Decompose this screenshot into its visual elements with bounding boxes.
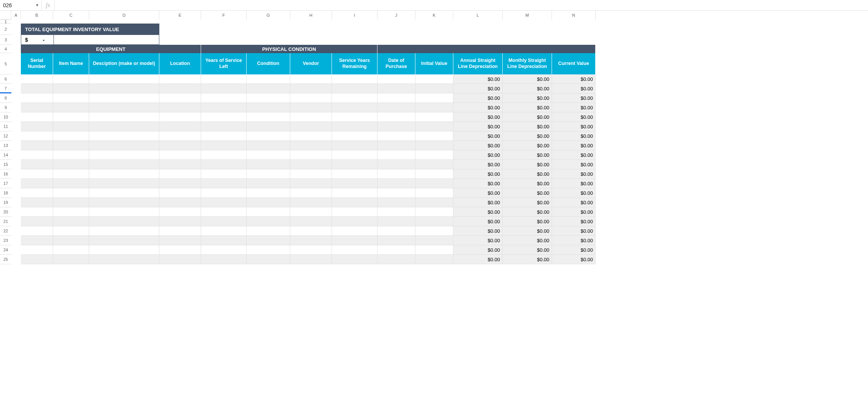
cell-K13[interactable] xyxy=(415,141,453,150)
cell-K8[interactable] xyxy=(415,93,453,103)
cell-K14[interactable] xyxy=(415,150,453,160)
cell-M13[interactable]: $0.00 xyxy=(503,141,552,150)
cell-D9[interactable] xyxy=(89,103,159,112)
cell-G10[interactable] xyxy=(247,112,290,122)
cell-D14[interactable] xyxy=(89,150,159,160)
row-header-13[interactable]: 13 xyxy=(0,141,11,150)
column-header-G[interactable]: G xyxy=(247,11,290,20)
cell-M12[interactable]: $0.00 xyxy=(503,131,552,141)
row-header-24[interactable]: 24 xyxy=(0,245,11,255)
cell-B23[interactable] xyxy=(21,236,53,245)
cell-N11[interactable]: $0.00 xyxy=(552,122,596,131)
cell-E8[interactable] xyxy=(159,93,201,103)
cell-K23[interactable] xyxy=(415,236,453,245)
cell-L10[interactable]: $0.00 xyxy=(453,112,503,122)
row-header-7[interactable]: 7 xyxy=(0,84,11,93)
cell-D16[interactable] xyxy=(89,169,159,179)
cell-B12[interactable] xyxy=(21,131,53,141)
cell-C18[interactable] xyxy=(53,188,89,198)
cell-J18[interactable] xyxy=(377,188,415,198)
cell-C13[interactable] xyxy=(53,141,89,150)
cell-L18[interactable]: $0.00 xyxy=(453,188,503,198)
cell-C9[interactable] xyxy=(53,103,89,112)
cell-E12[interactable] xyxy=(159,131,201,141)
cell-H19[interactable] xyxy=(290,198,332,207)
cell-M20[interactable]: $0.00 xyxy=(503,207,552,217)
cell-B14[interactable] xyxy=(21,150,53,160)
cell-F20[interactable] xyxy=(201,207,247,217)
cell-G20[interactable] xyxy=(247,207,290,217)
cell-C10[interactable] xyxy=(53,112,89,122)
cell-H11[interactable] xyxy=(290,122,332,131)
cell-I15[interactable] xyxy=(332,160,377,169)
cell-L20[interactable]: $0.00 xyxy=(453,207,503,217)
cell-D22[interactable] xyxy=(89,226,159,236)
cell-I23[interactable] xyxy=(332,236,377,245)
cell-G16[interactable] xyxy=(247,169,290,179)
cell-F13[interactable] xyxy=(201,141,247,150)
row-header-4[interactable]: 4 xyxy=(0,45,11,53)
cell-N13[interactable]: $0.00 xyxy=(552,141,596,150)
cell-I20[interactable] xyxy=(332,207,377,217)
cell-G12[interactable] xyxy=(247,131,290,141)
cell-H17[interactable] xyxy=(290,179,332,188)
row-header-3[interactable]: 3 xyxy=(0,35,11,45)
formula-input[interactable] xyxy=(55,0,868,10)
cell-K12[interactable] xyxy=(415,131,453,141)
cell-J13[interactable] xyxy=(377,141,415,150)
cell-B19[interactable] xyxy=(21,198,53,207)
cell-M25[interactable]: $0.00 xyxy=(503,255,552,264)
cell-D8[interactable] xyxy=(89,93,159,103)
column-header-C[interactable]: C xyxy=(53,11,89,20)
cell-C12[interactable] xyxy=(53,131,89,141)
cell-I11[interactable] xyxy=(332,122,377,131)
cell-G23[interactable] xyxy=(247,236,290,245)
cell-H14[interactable] xyxy=(290,150,332,160)
cell-C24[interactable] xyxy=(53,245,89,255)
cell-L25[interactable]: $0.00 xyxy=(453,255,503,264)
cell-F22[interactable] xyxy=(201,226,247,236)
cell-K25[interactable] xyxy=(415,255,453,264)
cell-N6[interactable]: $0.00 xyxy=(552,74,596,84)
cell-D21[interactable] xyxy=(89,217,159,226)
column-header-J[interactable]: J xyxy=(377,11,415,20)
cell-G18[interactable] xyxy=(247,188,290,198)
cell-E6[interactable] xyxy=(159,74,201,84)
cell-J6[interactable] xyxy=(377,74,415,84)
cell-L11[interactable]: $0.00 xyxy=(453,122,503,131)
cell-D17[interactable] xyxy=(89,179,159,188)
cell-E15[interactable] xyxy=(159,160,201,169)
cell-K11[interactable] xyxy=(415,122,453,131)
cell-C17[interactable] xyxy=(53,179,89,188)
cell-N14[interactable]: $0.00 xyxy=(552,150,596,160)
cell-I8[interactable] xyxy=(332,93,377,103)
cell-J24[interactable] xyxy=(377,245,415,255)
cell-D25[interactable] xyxy=(89,255,159,264)
cell-N20[interactable]: $0.00 xyxy=(552,207,596,217)
row-header-5[interactable]: 5 xyxy=(0,53,11,74)
cell-K22[interactable] xyxy=(415,226,453,236)
column-header-N[interactable]: N xyxy=(552,11,596,20)
row-header-21[interactable]: 21 xyxy=(0,217,11,226)
cell-D18[interactable] xyxy=(89,188,159,198)
row-header-6[interactable]: 6 xyxy=(0,74,11,84)
cell-B8[interactable] xyxy=(21,93,53,103)
cell-N10[interactable]: $0.00 xyxy=(552,112,596,122)
select-all-corner[interactable] xyxy=(0,11,11,20)
cell-L9[interactable]: $0.00 xyxy=(453,103,503,112)
cell-B9[interactable] xyxy=(21,103,53,112)
cell-F7[interactable] xyxy=(201,84,247,93)
cell-E10[interactable] xyxy=(159,112,201,122)
cell-N22[interactable]: $0.00 xyxy=(552,226,596,236)
cell-J25[interactable] xyxy=(377,255,415,264)
cell-N12[interactable]: $0.00 xyxy=(552,131,596,141)
cell-F16[interactable] xyxy=(201,169,247,179)
cell-J19[interactable] xyxy=(377,198,415,207)
row-header-23[interactable]: 23 xyxy=(0,236,11,245)
name-box[interactable]: 026 ▼ xyxy=(0,0,42,10)
cell-E19[interactable] xyxy=(159,198,201,207)
row-header-20[interactable]: 20 xyxy=(0,207,11,217)
cell-I19[interactable] xyxy=(332,198,377,207)
cell-G15[interactable] xyxy=(247,160,290,169)
cell-L16[interactable]: $0.00 xyxy=(453,169,503,179)
